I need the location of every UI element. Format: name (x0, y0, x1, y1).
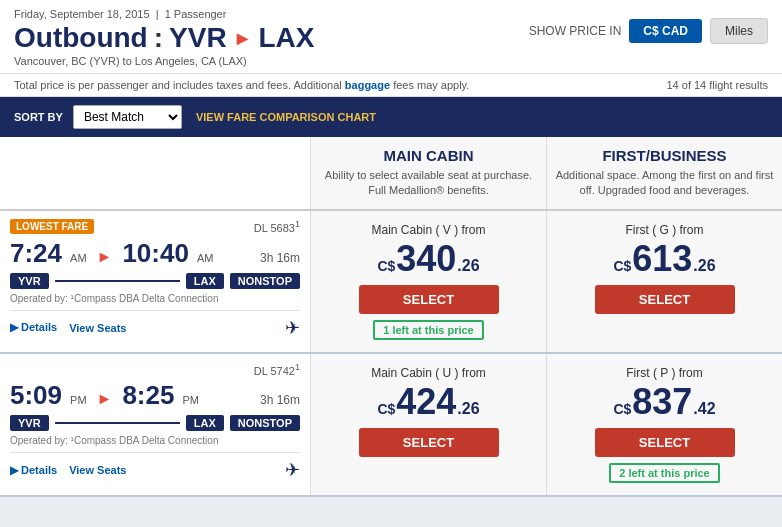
direction-label: Outbound (14, 22, 148, 54)
origin-code: YVR (169, 22, 227, 54)
details-row: ▶ Details View Seats ✈ (10, 452, 300, 481)
depart-ampm: AM (70, 252, 87, 264)
flight-info: LOWEST FARE DL 56831 7:24 AM ► 10:40 AM … (0, 211, 310, 352)
baggage-link[interactable]: baggage (345, 79, 390, 91)
details-label: ▶ Details (10, 321, 57, 334)
sort-bar: SORT BY Best Match Price Duration Depart… (0, 97, 782, 137)
first-class-desc: Additional space. Among the first on and… (555, 168, 774, 199)
main-price-dollars: 340 (396, 241, 456, 277)
flight-number: DL 57421 (254, 362, 300, 377)
main-from-label: Main Cabin ( V ) from (371, 223, 485, 237)
arrive-ampm: AM (197, 252, 214, 264)
details-link[interactable]: ▶ Details (10, 321, 57, 334)
origin-pill: YVR (10, 273, 49, 289)
operated-by: Operated by: ¹Compass DBA Delta Connecti… (10, 293, 300, 304)
first-from-label: First ( G ) from (626, 223, 704, 237)
flight-row: DL 57421 5:09 PM ► 8:25 PM 3h 16m YVR LA… (0, 354, 782, 497)
arrive-ampm: PM (182, 394, 199, 406)
show-price-section: SHOW PRICE IN C$ CAD Miles (529, 18, 768, 44)
flight-duration: 3h 16m (260, 393, 300, 407)
details-row: ▶ Details View Seats ✈ (10, 310, 300, 339)
first-price-display: C$ 837 .42 (613, 384, 715, 420)
first-currency: C$ (613, 401, 631, 417)
main-left-badge: 1 left at this price (373, 320, 483, 340)
lowest-fare-badge: LOWEST FARE (10, 219, 94, 234)
first-class-title: FIRST/BUSINESS (555, 147, 774, 164)
main-price-display: C$ 340 .26 (377, 241, 479, 277)
time-arrow-icon: ► (97, 390, 113, 408)
route-line (55, 422, 180, 424)
main-select-button[interactable]: SELECT (359, 285, 499, 314)
first-class-price-cell: First ( P ) from C$ 837 .42 SELECT 2 lef… (546, 354, 782, 495)
first-price-dollars: 837 (632, 384, 692, 420)
main-currency: C$ (377, 258, 395, 274)
nonstop-badge: NONSTOP (230, 415, 300, 431)
passenger-count: 1 Passenger (165, 8, 227, 20)
flight-badge-row: LOWEST FARE DL 56831 (10, 219, 300, 234)
route-row: YVR LAX NONSTOP (10, 273, 300, 289)
flight-info: DL 57421 5:09 PM ► 8:25 PM 3h 16m YVR LA… (0, 354, 310, 495)
first-price-cents: .42 (693, 400, 715, 418)
main-cabin-price-cell: Main Cabin ( U ) from C$ 424 .26 SELECT (310, 354, 546, 495)
miles-button[interactable]: Miles (710, 18, 768, 44)
main-cabin-title: MAIN CABIN (319, 147, 538, 164)
dest-pill: LAX (186, 415, 224, 431)
flight-times: 5:09 PM ► 8:25 PM 3h 16m (10, 380, 300, 411)
first-left-badge: 2 left at this price (609, 463, 719, 483)
show-price-label: SHOW PRICE IN (529, 24, 622, 38)
sort-label: SORT BY (14, 111, 63, 123)
first-price-cents: .26 (693, 257, 715, 275)
flight-number: DL 56831 (254, 219, 300, 234)
route-subtitle: Vancouver, BC (YVR) to Los Angeles, CA (… (14, 55, 768, 67)
info-text2: fees may apply. (393, 79, 469, 91)
route-row: YVR LAX NONSTOP (10, 415, 300, 431)
view-seats-link[interactable]: View Seats (69, 464, 126, 476)
flight-date: Friday, September 18, 2015 (14, 8, 150, 20)
first-from-label: First ( P ) from (626, 366, 702, 380)
main-price-cents: .26 (457, 257, 479, 275)
main-from-label: Main Cabin ( U ) from (371, 366, 486, 380)
column-headers: MAIN CABIN Ability to select available s… (0, 137, 782, 211)
route-arrow-icon: ► (233, 27, 253, 50)
main-select-button[interactable]: SELECT (359, 428, 499, 457)
fare-comparison-link[interactable]: VIEW FARE COMPARISON CHART (196, 111, 376, 123)
first-class-header: FIRST/BUSINESS Additional space. Among t… (546, 137, 782, 209)
dest-code: LAX (258, 22, 314, 54)
main-cabin-desc: Ability to select available seat at purc… (319, 168, 538, 199)
main-price-cents: .26 (457, 400, 479, 418)
cad-button[interactable]: C$ CAD (629, 19, 702, 43)
main-currency: C$ (377, 401, 395, 417)
info-bar: 14 of 14 flight results Total price is p… (0, 74, 782, 97)
info-text: Total price is per passenger and include… (14, 79, 342, 91)
first-price-display: C$ 613 .26 (613, 241, 715, 277)
details-link[interactable]: ▶ Details (10, 464, 57, 477)
route-line (55, 280, 180, 282)
flight-badge-row: DL 57421 (10, 362, 300, 377)
time-arrow-icon: ► (97, 248, 113, 266)
plane-icon: ✈ (285, 317, 300, 339)
nonstop-badge: NONSTOP (230, 273, 300, 289)
depart-ampm: PM (70, 394, 87, 406)
sort-select[interactable]: Best Match Price Duration Departure Arri… (73, 105, 182, 129)
main-cabin-price-cell: Main Cabin ( V ) from C$ 340 .26 SELECT … (310, 211, 546, 352)
plane-icon: ✈ (285, 459, 300, 481)
details-label: ▶ Details (10, 464, 57, 477)
flight-times: 7:24 AM ► 10:40 AM 3h 16m (10, 238, 300, 269)
origin-pill: YVR (10, 415, 49, 431)
view-seats-link[interactable]: View Seats (69, 322, 126, 334)
depart-time: 5:09 (10, 380, 62, 411)
main-price-dollars: 424 (396, 384, 456, 420)
first-currency: C$ (613, 258, 631, 274)
flight-column-header (0, 137, 310, 209)
arrive-time: 10:40 (122, 238, 189, 269)
title-colon: : (154, 22, 163, 54)
arrive-time: 8:25 (122, 380, 174, 411)
flight-row: LOWEST FARE DL 56831 7:24 AM ► 10:40 AM … (0, 211, 782, 354)
main-price-display: C$ 424 .26 (377, 384, 479, 420)
first-select-button[interactable]: SELECT (595, 285, 735, 314)
main-cabin-header: MAIN CABIN Ability to select available s… (310, 137, 546, 209)
first-class-price-cell: First ( G ) from C$ 613 .26 SELECT (546, 211, 782, 352)
results-count: 14 of 14 flight results (666, 79, 768, 91)
flight-duration: 3h 16m (260, 251, 300, 265)
first-select-button[interactable]: SELECT (595, 428, 735, 457)
